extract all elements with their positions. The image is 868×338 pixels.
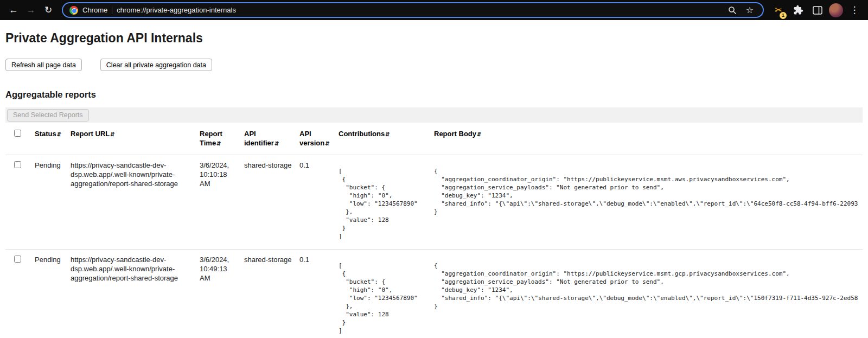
cell-report-url: https://privacy-sandcastle-dev-dsp.web.a… xyxy=(67,250,196,338)
sort-icon: ⇵ xyxy=(385,131,390,137)
report-body-json: { "aggregation_coordinator_origin": "htt… xyxy=(434,167,858,216)
send-selected-reports-button[interactable]: Send Selected Reports xyxy=(7,109,89,122)
omnibox-product-label: Chrome xyxy=(82,6,107,14)
cell-checkbox xyxy=(5,155,31,250)
header-checkbox-cell xyxy=(5,123,31,155)
chrome-logo-icon xyxy=(69,6,78,15)
sort-icon: ⇵ xyxy=(325,141,329,146)
reports-toolbar: Send Selected Reports xyxy=(5,107,863,123)
row-checkbox[interactable] xyxy=(14,256,21,263)
back-button[interactable]: ← xyxy=(5,2,22,18)
sort-icon: ⇵ xyxy=(216,141,221,146)
extension-action-icon[interactable]: ✂ 1 xyxy=(770,2,787,18)
select-all-checkbox[interactable] xyxy=(14,130,21,137)
cell-api-version: 0.1 xyxy=(296,250,335,338)
cell-report-body: { "aggregation_coordinator_origin": "htt… xyxy=(431,155,863,250)
header-contributions[interactable]: Contributions⇵ xyxy=(335,123,431,155)
row-checkbox[interactable] xyxy=(14,161,21,168)
page-content: Private Aggregation API Internals Refres… xyxy=(0,20,868,338)
toolbar-right-icons: ✂ 1 ⋮ xyxy=(770,2,863,18)
sort-icon: ⇵ xyxy=(110,131,114,137)
cell-api-version: 0.1 xyxy=(296,155,335,250)
contributions-json: [ { "bucket": { "high": "0", "low": "123… xyxy=(339,167,426,240)
refresh-all-button[interactable]: Refresh all page data xyxy=(5,59,82,71)
header-report-url[interactable]: Report URL⇵ xyxy=(67,123,196,155)
clear-all-button[interactable]: Clear all private aggregation data xyxy=(100,59,212,71)
zoom-icon[interactable] xyxy=(726,4,739,17)
menu-kebab-icon[interactable]: ⋮ xyxy=(846,2,863,18)
cell-report-time: 3/6/2024, 10:10:18 AM xyxy=(196,155,241,250)
table-row: Pending https://privacy-sandcastle-dev-d… xyxy=(5,155,863,250)
reports-table: Status⇵ Report URL⇵ Report Time⇵ API ide… xyxy=(5,123,863,338)
header-label: Contributions xyxy=(339,130,385,138)
header-label: API identifier xyxy=(244,130,274,147)
side-panel-icon[interactable] xyxy=(809,2,826,18)
page-actions: Refresh all page data Clear all private … xyxy=(5,59,863,71)
cell-report-time: 3/6/2024, 10:49:13 AM xyxy=(196,250,241,338)
table-row: Pending https://privacy-sandcastle-dev-d… xyxy=(5,250,863,338)
cell-report-body: { "aggregation_coordinator_origin": "htt… xyxy=(431,250,863,338)
extension-badge: 1 xyxy=(780,12,787,19)
sort-icon: ⇵ xyxy=(57,131,61,137)
browser-toolbar: ← → ↻ Chrome chrome://private-aggregatio… xyxy=(0,0,868,20)
table-header-row: Status⇵ Report URL⇵ Report Time⇵ API ide… xyxy=(5,123,863,155)
omnibox-url-text[interactable]: chrome://private-aggregation-internals xyxy=(117,6,236,14)
sort-icon: ⇵ xyxy=(275,141,279,146)
cell-status: Pending xyxy=(31,155,67,250)
header-label: Report URL xyxy=(71,130,110,138)
omnibox-divider xyxy=(112,7,112,14)
contributions-json: [ { "bucket": { "high": "0", "low": "123… xyxy=(339,262,426,335)
reload-button[interactable]: ↻ xyxy=(40,2,56,18)
header-api-identifier[interactable]: API identifier⇵ xyxy=(241,123,296,155)
cell-api-identifier: shared-storage xyxy=(241,250,296,338)
header-label: API version xyxy=(299,130,324,147)
header-report-body[interactable]: Report Body⇵ xyxy=(431,123,863,155)
header-api-version[interactable]: API version⇵ xyxy=(296,123,335,155)
cell-contributions: [ { "bucket": { "high": "0", "low": "123… xyxy=(335,155,431,250)
profile-avatar[interactable] xyxy=(829,3,843,17)
header-report-time[interactable]: Report Time⇵ xyxy=(196,123,241,155)
cell-report-url: https://privacy-sandcastle-dev-dsp.web.a… xyxy=(67,155,196,250)
cell-status: Pending xyxy=(31,250,67,338)
extensions-puzzle-icon[interactable] xyxy=(790,2,806,18)
cell-api-identifier: shared-storage xyxy=(241,155,296,250)
page-title: Private Aggregation API Internals xyxy=(5,31,863,46)
bookmark-star-icon[interactable]: ☆ xyxy=(743,4,756,17)
header-label: Report Body xyxy=(434,130,476,138)
section-title: Aggregatable reports xyxy=(5,90,863,100)
report-body-json: { "aggregation_coordinator_origin": "htt… xyxy=(434,262,858,310)
cell-contributions: [ { "bucket": { "high": "0", "low": "123… xyxy=(335,250,431,338)
header-label: Status xyxy=(35,130,56,138)
forward-button[interactable]: → xyxy=(23,2,39,18)
address-bar[interactable]: Chrome chrome://private-aggregation-inte… xyxy=(62,2,764,18)
cell-checkbox xyxy=(5,250,31,338)
sort-icon: ⇵ xyxy=(477,131,481,137)
header-status[interactable]: Status⇵ xyxy=(31,123,67,155)
